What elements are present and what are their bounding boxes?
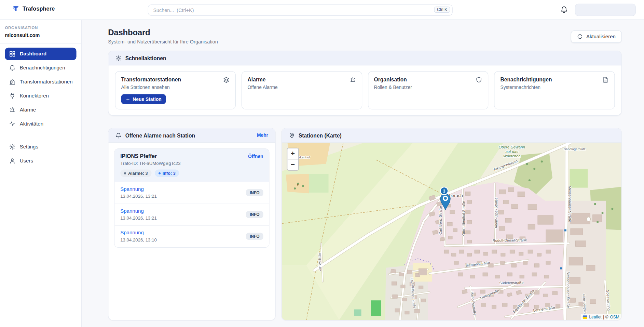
- sidebar-nav: DashboardBenachrichtigungenTransformator…: [5, 48, 76, 130]
- refresh-icon: [577, 34, 583, 40]
- map-attribution: Leaflet | © OSM: [581, 314, 621, 320]
- quick-card-benachrichtigungen[interactable]: Benachrichtigungen Systemnachrichten: [494, 71, 615, 109]
- quick-card-subtitle: Offene Alarme: [248, 85, 356, 90]
- sidebar-item-label: Users: [20, 158, 33, 164]
- severity-badge: INFO: [246, 233, 263, 239]
- map-label: Messenhäuser Straße: [566, 272, 570, 308]
- map-panel-title: Stationen (Karte): [299, 132, 342, 139]
- gray-dot-icon: [124, 172, 126, 174]
- map-label: auf das: [506, 149, 519, 154]
- open-station-link[interactable]: Öffnen: [248, 154, 263, 158]
- zoom-in-button[interactable]: +: [287, 148, 298, 159]
- quick-card-alarme[interactable]: Alarme Offene Alarme: [242, 71, 362, 109]
- alarm-count-badge: Alarme: 3: [120, 169, 151, 177]
- sidebar-item-users[interactable]: Users: [5, 155, 76, 167]
- alarm-timestamp: 13.04.2026, 13:21: [120, 215, 157, 220]
- alarm-icon: [9, 106, 15, 113]
- brand[interactable]: Trafosphere: [12, 5, 55, 12]
- zoom-control: + −: [287, 148, 299, 171]
- sidebar-item-konnektoren[interactable]: Konnektoren: [5, 90, 76, 102]
- station-name: IPIONS Pfeffer: [120, 153, 157, 159]
- bell-icon: [9, 65, 15, 71]
- attribution-separator: | ©: [603, 315, 608, 319]
- alarm-type[interactable]: Spannung: [120, 208, 157, 214]
- map-panel-header: Stationen (Karte): [282, 128, 621, 143]
- alarm-type[interactable]: Spannung: [120, 186, 157, 192]
- alarm-row[interactable]: Spannung 13.04.2026, 13:21 INFO: [114, 182, 269, 204]
- alarm-timestamp: 13.04.2026, 13:10: [120, 237, 157, 242]
- sidebar-item-label: Dashboard: [20, 51, 46, 57]
- map-label: Rudolf-Diesel-Straße: [493, 238, 527, 243]
- blue-dot-icon: [159, 172, 161, 174]
- org-name: mlconsult.com: [5, 32, 76, 38]
- more-link[interactable]: Mehr: [257, 133, 268, 138]
- quick-card-title: Organisation: [374, 77, 407, 83]
- info-count-badge: Info: 3: [155, 169, 179, 177]
- leaflet-link[interactable]: Leaflet: [589, 315, 601, 319]
- alarms-panel-header: Offene Alarme nach Station Mehr: [108, 128, 275, 143]
- map-panel: Stationen (Karte): [281, 128, 622, 321]
- station-card: IPIONS Pfeffer Öffnen Trafo-ID: TR-aUMoW…: [114, 148, 269, 248]
- sidebar: ORGANISATION mlconsult.com DashboardBena…: [0, 20, 82, 327]
- alarm-list: Spannung 13.04.2026, 13:21 INFO Spannung…: [114, 182, 269, 247]
- alarm-icon: [349, 77, 356, 83]
- sidebar-item-aktivit-ten[interactable]: Aktivitäten: [5, 118, 76, 130]
- quick-actions-header: Schnellaktionen: [108, 51, 621, 65]
- activity-icon: [9, 120, 15, 127]
- map-label: Obere Gewann: [499, 145, 525, 149]
- alarm-type[interactable]: Spannung: [120, 230, 157, 236]
- org-label: ORGANISATION: [5, 26, 76, 30]
- sidebar-divider: [0, 43, 81, 43]
- quick-card-title: Transformatorstationen: [121, 77, 181, 83]
- page-subtitle: System- und Nutzerübersicht für Ihre Org…: [108, 39, 218, 45]
- shield-icon: [476, 77, 482, 83]
- station-header: IPIONS Pfeffer Öffnen Trafo-ID: TR-aUMoW…: [114, 149, 269, 182]
- station-trafo-id: Trafo-ID: TR-aUMoWgBgTc23: [120, 161, 263, 166]
- alarms-body: IPIONS Pfeffer Öffnen Trafo-ID: TR-aUMoW…: [108, 143, 275, 320]
- sidebar-item-label: Alarme: [20, 107, 36, 113]
- map-canvas[interactable]: Obere Gewannauf dasWäldchenSandlagerplat…: [282, 143, 621, 320]
- gear-icon: [115, 55, 122, 61]
- brand-icon: [12, 5, 20, 12]
- notifications-button[interactable]: [559, 6, 568, 15]
- refresh-label: Aktualisieren: [586, 34, 616, 40]
- alarm-row[interactable]: Spannung 13.04.2026, 13:21 INFO: [114, 204, 269, 225]
- quick-actions-section: Schnellaktionen Transformatorstationen A…: [108, 51, 622, 116]
- page-title: Dashboard: [108, 28, 218, 38]
- sidebar-item-label: Konnektoren: [20, 93, 49, 99]
- map-label: Zur Wallstatt: [318, 253, 321, 271]
- search: Ctrl K: [148, 4, 453, 15]
- quick-actions-grid: Transformatorstationen Alle Stationen an…: [108, 65, 621, 115]
- profile-button[interactable]: [575, 4, 636, 16]
- severity-badge: INFO: [246, 211, 263, 218]
- map-pin-icon: [289, 132, 295, 139]
- map-label: Carl-Benz-Straße: [438, 206, 442, 235]
- sidebar-item-label: Settings: [20, 144, 38, 150]
- map-label: Adam-Opel-Straße: [494, 198, 498, 228]
- refresh-button[interactable]: Aktualisieren: [571, 30, 622, 43]
- map-label: Sandlagerplatz: [564, 147, 586, 151]
- alarm-timestamp: 13.04.2026, 13:21: [120, 194, 157, 198]
- document-icon: [602, 77, 608, 83]
- sidebar-item-dashboard[interactable]: Dashboard: [5, 48, 76, 60]
- osm-link[interactable]: OSM: [610, 315, 619, 319]
- alarms-panel: Offene Alarme nach Station Mehr IPIONS P…: [108, 128, 275, 321]
- search-input[interactable]: [148, 4, 453, 15]
- sidebar-item-label: Aktivitäten: [20, 121, 43, 127]
- quick-card-organisation[interactable]: Organisation Rollen & Benutzer: [368, 71, 488, 109]
- sidebar-item-label: Benachrichtigungen: [20, 65, 65, 71]
- sidebar-item-label: Transformatorstationen: [20, 79, 73, 85]
- quick-card-transformatorstationen[interactable]: Transformatorstationen Alle Stationen an…: [115, 71, 236, 109]
- app: Trafosphere Ctrl K ORGANISATION mlconsul…: [0, 0, 644, 327]
- sidebar-item-settings[interactable]: Settings: [5, 141, 76, 153]
- user-icon: [9, 158, 15, 164]
- map-label: Otto-Lilienthal-Straße: [462, 201, 466, 236]
- page-head: Dashboard System- und Nutzerübersicht fü…: [108, 28, 622, 45]
- zoom-out-button[interactable]: −: [287, 159, 298, 170]
- sidebar-item-transformatorstationen[interactable]: Transformatorstationen: [5, 76, 76, 88]
- panels-row: Offene Alarme nach Station Mehr IPIONS P…: [108, 128, 622, 321]
- alarm-row[interactable]: Spannung 13.04.2026, 13:10 INFO: [114, 225, 269, 247]
- sidebar-item-benachrichtigungen[interactable]: Benachrichtigungen: [5, 62, 76, 74]
- new-station-button[interactable]: Neue Station: [121, 94, 166, 104]
- sidebar-item-alarme[interactable]: Alarme: [5, 104, 76, 116]
